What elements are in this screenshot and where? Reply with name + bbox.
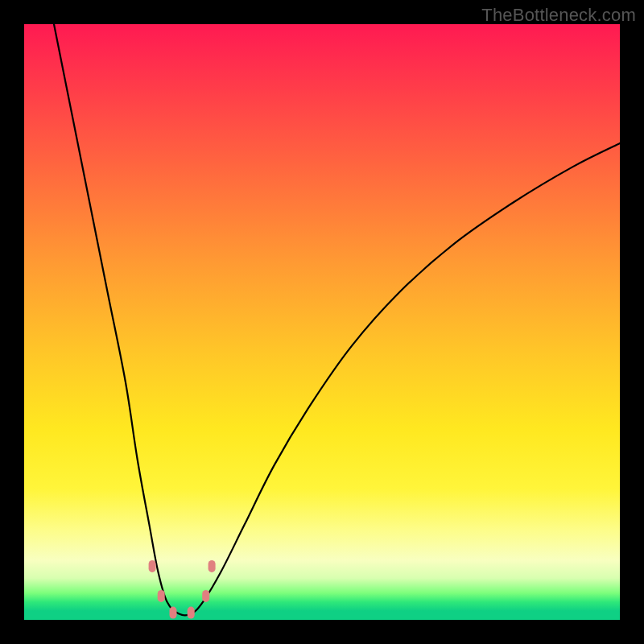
plot-area [24,24,620,620]
curve-marker [149,560,156,572]
curve-marker [208,560,216,572]
curve-marker [188,607,195,619]
chart-frame: TheBottleneck.com [0,0,644,644]
curve-marker [170,607,177,619]
curve-marker [158,590,165,602]
curve-svg [24,24,620,620]
watermark-text: TheBottleneck.com [481,5,636,26]
curve-markers [149,560,216,619]
bottleneck-curve [54,24,620,616]
curve-marker [202,590,209,602]
